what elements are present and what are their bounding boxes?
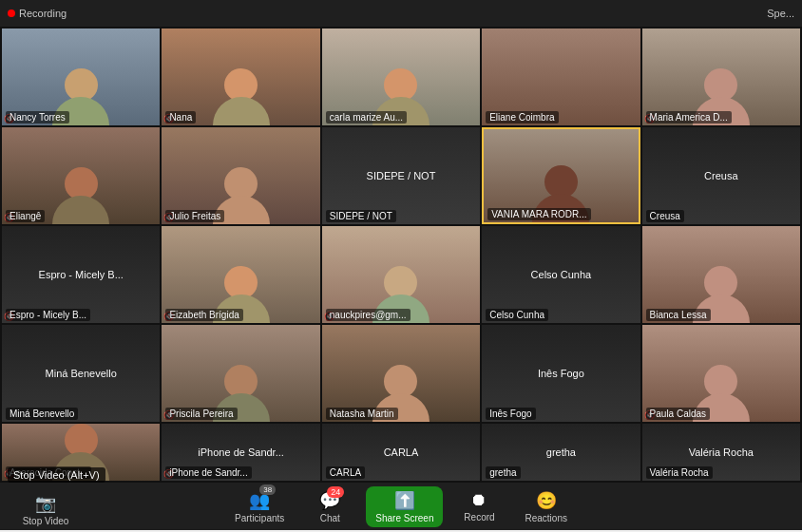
cell-label: Celso Cunha [486,309,548,321]
recording-badge: Recording [8,8,67,19]
video-cell-paula-caldas[interactable]: 🔇Paula Caldas [642,325,800,422]
recording-dot [8,10,15,17]
video-cell-mina-benevello[interactable]: Miná BenevelloMiná Benevello [2,325,160,422]
cell-label: carla marize Au... [326,111,407,124]
video-cell-creusa[interactable]: CreusaCreusa [642,127,800,224]
cell-label: Valéria Rocha [646,466,713,479]
cell-label: Maria America D... [646,111,732,124]
video-cell-eliane-coimbra[interactable]: Eliane Coimbra [482,28,640,125]
cell-label: Eizabeth Brígida [165,309,242,321]
cell-label: VANIA MARA RODR... [487,208,590,220]
cell-label: iPhone de Sandr... [165,466,251,479]
video-cell-nana[interactable]: 🔇Nana [162,28,319,125]
video-cell-celso-cunha[interactable]: Celso CunhaCelso Cunha [482,226,640,323]
cell-label: Eliangê [6,210,45,222]
cell-label: Eliane Coimbra [486,111,558,124]
cell-label: Bianca Lessa [646,309,711,321]
reactions-icon: 😊 [536,490,557,511]
record-label: Record [464,512,494,522]
cell-label: Natasha Martin [326,408,398,420]
video-cell-elizabeth-brigida[interactable]: 🔇Eizabeth Brígida [162,226,319,323]
video-cell-espro-micely[interactable]: Espro - Micely B...🔇Espro - Micely B... [2,226,160,323]
participants-label: Participants [235,513,284,523]
record-icon: ⏺ [470,490,487,510]
video-cell-julio-freitas[interactable]: 🔇Julio Freitas [162,127,319,224]
video-cell-maria-america[interactable]: 🔇Maria America D... [642,28,800,125]
video-cell-eliange[interactable]: 🔇Eliangê [2,127,160,224]
chat-icon: 💬 24 [319,490,340,511]
recording-label: Recording [19,8,67,19]
chat-label: Chat [320,513,340,523]
cell-label: Nancy Torres [6,111,69,124]
video-cell-nancy-torres[interactable]: 🔇Nancy Torres [2,28,160,125]
video-cell-carla-marize[interactable]: carla marize Au... [322,28,480,125]
speaker-label: Spe... [767,8,794,19]
video-cell-valeria-rocha[interactable]: Valéria RochaValéria Rocha [642,424,800,481]
stop-video-icon: 📷 [35,493,56,514]
cell-label: SIDEPE / NOT [326,210,396,222]
cell-label: gretha [486,466,520,479]
cell-label: Paula Caldas [646,408,710,420]
cell-label: Inês Fogo [486,408,535,420]
cell-label: Miná Benevello [6,408,78,420]
share-screen-label: Share Screen [375,513,433,523]
video-cell-iphone-sandr[interactable]: iPhone de Sandr...🔇iPhone de Sandr... [162,424,319,481]
video-cell-natasha-martin[interactable]: Natasha Martin [322,325,480,422]
video-cell-vania-mara[interactable]: VANIA MARA RODR... [482,127,640,224]
video-cell-gretha[interactable]: grethagretha [482,424,640,481]
video-cell-carla[interactable]: CARLACARLA [322,424,480,481]
reactions-button[interactable]: 😊 Reactions [515,486,576,527]
video-cell-priscila-pereira[interactable]: 🔇Priscila Pereira [162,325,319,422]
participants-icon: 👥 38 [249,490,270,511]
cell-label: Espro - Micely B... [6,309,90,321]
cell-label: CARLA [326,466,365,479]
chat-button[interactable]: 💬 24 Chat [301,486,358,527]
share-screen-button[interactable]: ⬆️ Share Screen [366,486,443,527]
cell-label: Creusa [646,210,684,222]
participants-button[interactable]: 👥 38 Participants [225,486,294,527]
participants-count-badge: 38 [259,484,276,495]
top-bar: Recording Spe... [0,0,802,27]
stop-video-button[interactable]: 📷 Stop Video [8,489,84,530]
video-cell-bianca-lessa[interactable]: Bianca Lessa [642,226,800,323]
share-screen-icon: ⬆️ [394,490,415,511]
video-cell-nauckpires[interactable]: 🔇nauckpires@gm... [322,226,480,323]
stop-video-tooltip: Stop Video (Alt+V) [8,467,105,483]
toolbar: Stop Video (Alt+V) 📷 Stop Video 👥 38 Par… [0,483,802,530]
chat-badge: 24 [327,486,344,498]
cell-label: Julio Freitas [165,210,224,222]
cell-label: Nana [165,111,196,124]
cell-label: nauckpires@gm... [326,309,411,321]
video-grid: 🔇Nancy Torres🔇Nanacarla marize Au...Elia… [0,27,802,483]
record-button[interactable]: ⏺ Record [450,486,507,526]
video-cell-sidepe-not[interactable]: SIDEPE / NOTSIDEPE / NOT [322,127,480,224]
cell-label: Priscila Pereira [165,408,237,420]
video-cell-ines-fogo[interactable]: Inês FogoInês Fogo [482,325,640,422]
stop-video-label: Stop Video [23,516,69,526]
reactions-label: Reactions [525,513,566,523]
